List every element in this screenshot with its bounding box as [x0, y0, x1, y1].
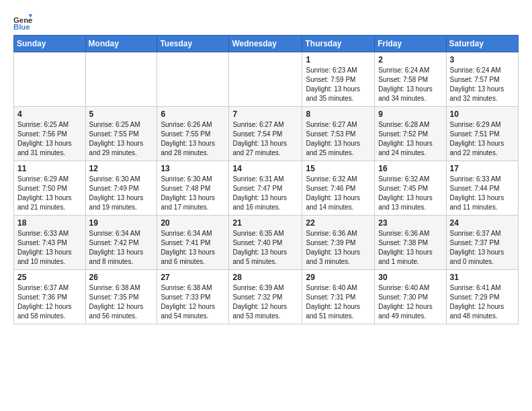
day-info: Sunrise: 6:32 AM Sunset: 7:45 PM Dayligh… [378, 175, 442, 212]
calendar-cell [85, 52, 157, 107]
day-info: Sunrise: 6:29 AM Sunset: 7:51 PM Dayligh… [450, 120, 515, 158]
day-number: 14 [232, 164, 298, 173]
day-info: Sunrise: 6:37 AM Sunset: 7:37 PM Dayligh… [450, 229, 515, 267]
calendar-cell: 16Sunrise: 6:32 AM Sunset: 7:45 PM Dayli… [375, 161, 446, 216]
day-number: 2 [378, 55, 442, 64]
weekday-header-wednesday: Wednesday [229, 36, 302, 52]
calendar-cell: 6Sunrise: 6:26 AM Sunset: 7:55 PM Daylig… [157, 107, 229, 161]
calendar-cell: 19Sunrise: 6:34 AM Sunset: 7:42 PM Dayli… [85, 216, 157, 270]
calendar-cell: 26Sunrise: 6:38 AM Sunset: 7:35 PM Dayli… [85, 270, 157, 324]
day-info: Sunrise: 6:27 AM Sunset: 7:54 PM Dayligh… [232, 120, 298, 158]
calendar-cell: 24Sunrise: 6:37 AM Sunset: 7:37 PM Dayli… [446, 216, 518, 270]
day-number: 30 [378, 273, 442, 282]
day-info: Sunrise: 6:29 AM Sunset: 7:50 PM Dayligh… [17, 175, 82, 212]
day-info: Sunrise: 6:37 AM Sunset: 7:36 PM Dayligh… [17, 283, 82, 321]
calendar-cell: 9Sunrise: 6:28 AM Sunset: 7:52 PM Daylig… [375, 107, 446, 161]
day-number: 18 [17, 218, 82, 228]
day-number: 17 [450, 164, 515, 173]
calendar-cell: 28Sunrise: 6:39 AM Sunset: 7:32 PM Dayli… [229, 270, 302, 324]
svg-text:Blue: Blue [13, 23, 30, 30]
day-info: Sunrise: 6:27 AM Sunset: 7:53 PM Dayligh… [306, 120, 371, 158]
day-info: Sunrise: 6:38 AM Sunset: 7:35 PM Dayligh… [89, 283, 154, 321]
day-number: 13 [161, 164, 225, 173]
calendar-cell: 12Sunrise: 6:30 AM Sunset: 7:49 PM Dayli… [85, 161, 157, 216]
day-info: Sunrise: 6:28 AM Sunset: 7:52 PM Dayligh… [378, 120, 442, 158]
calendar-cell: 11Sunrise: 6:29 AM Sunset: 7:50 PM Dayli… [14, 161, 86, 216]
weekday-header-thursday: Thursday [302, 36, 375, 52]
day-number: 5 [89, 109, 154, 119]
day-number: 12 [89, 164, 154, 173]
calendar-table: SundayMondayTuesdayWednesdayThursdayFrid… [13, 35, 519, 324]
day-info: Sunrise: 6:32 AM Sunset: 7:46 PM Dayligh… [306, 175, 371, 212]
day-number: 24 [450, 218, 515, 228]
calendar-cell [229, 52, 302, 107]
day-info: Sunrise: 6:24 AM Sunset: 7:58 PM Dayligh… [378, 66, 442, 103]
weekday-header-friday: Friday [375, 36, 446, 52]
calendar-cell: 18Sunrise: 6:33 AM Sunset: 7:43 PM Dayli… [14, 216, 86, 270]
day-number: 3 [450, 55, 515, 64]
day-number: 7 [232, 109, 298, 119]
day-number: 25 [17, 273, 82, 282]
weekday-header-monday: Monday [85, 36, 157, 52]
day-info: Sunrise: 6:30 AM Sunset: 7:48 PM Dayligh… [161, 175, 225, 212]
calendar-cell: 5Sunrise: 6:25 AM Sunset: 7:55 PM Daylig… [85, 107, 157, 161]
page-header: General Blue [13, 11, 519, 30]
day-info: Sunrise: 6:25 AM Sunset: 7:56 PM Dayligh… [17, 120, 82, 158]
calendar-cell: 17Sunrise: 6:33 AM Sunset: 7:44 PM Dayli… [446, 161, 518, 216]
calendar-cell [157, 52, 229, 107]
calendar-cell: 14Sunrise: 6:31 AM Sunset: 7:47 PM Dayli… [229, 161, 302, 216]
day-number: 20 [161, 218, 225, 228]
day-info: Sunrise: 6:34 AM Sunset: 7:41 PM Dayligh… [161, 229, 225, 267]
day-info: Sunrise: 6:41 AM Sunset: 7:29 PM Dayligh… [450, 283, 515, 321]
logo: General Blue [13, 11, 32, 30]
day-number: 10 [450, 109, 515, 119]
day-info: Sunrise: 6:36 AM Sunset: 7:39 PM Dayligh… [306, 229, 371, 267]
day-info: Sunrise: 6:40 AM Sunset: 7:30 PM Dayligh… [378, 283, 442, 321]
weekday-header-tuesday: Tuesday [157, 36, 229, 52]
calendar-cell: 31Sunrise: 6:41 AM Sunset: 7:29 PM Dayli… [446, 270, 518, 324]
calendar-cell: 21Sunrise: 6:35 AM Sunset: 7:40 PM Dayli… [229, 216, 302, 270]
calendar-cell: 10Sunrise: 6:29 AM Sunset: 7:51 PM Dayli… [446, 107, 518, 161]
calendar-cell: 7Sunrise: 6:27 AM Sunset: 7:54 PM Daylig… [229, 107, 302, 161]
day-number: 28 [232, 273, 298, 282]
day-number: 15 [306, 164, 371, 173]
day-number: 1 [306, 55, 371, 64]
calendar-cell: 29Sunrise: 6:40 AM Sunset: 7:31 PM Dayli… [302, 270, 375, 324]
day-number: 9 [378, 109, 442, 119]
day-number: 16 [378, 164, 442, 173]
day-info: Sunrise: 6:33 AM Sunset: 7:43 PM Dayligh… [17, 229, 82, 267]
day-number: 4 [17, 109, 82, 119]
day-info: Sunrise: 6:39 AM Sunset: 7:32 PM Dayligh… [232, 283, 298, 321]
day-info: Sunrise: 6:23 AM Sunset: 7:59 PM Dayligh… [306, 66, 371, 103]
calendar-cell: 15Sunrise: 6:32 AM Sunset: 7:46 PM Dayli… [302, 161, 375, 216]
day-info: Sunrise: 6:40 AM Sunset: 7:31 PM Dayligh… [306, 283, 371, 321]
day-number: 8 [306, 109, 371, 119]
day-info: Sunrise: 6:34 AM Sunset: 7:42 PM Dayligh… [89, 229, 154, 267]
calendar-cell: 23Sunrise: 6:36 AM Sunset: 7:38 PM Dayli… [375, 216, 446, 270]
day-number: 21 [232, 218, 298, 228]
day-info: Sunrise: 6:35 AM Sunset: 7:40 PM Dayligh… [232, 229, 298, 267]
day-number: 23 [378, 218, 442, 228]
calendar-cell: 25Sunrise: 6:37 AM Sunset: 7:36 PM Dayli… [14, 270, 86, 324]
calendar-cell: 8Sunrise: 6:27 AM Sunset: 7:53 PM Daylig… [302, 107, 375, 161]
day-info: Sunrise: 6:24 AM Sunset: 7:57 PM Dayligh… [450, 66, 515, 103]
day-number: 27 [161, 273, 225, 282]
day-number: 31 [450, 273, 515, 282]
calendar-cell: 30Sunrise: 6:40 AM Sunset: 7:30 PM Dayli… [375, 270, 446, 324]
calendar-cell: 20Sunrise: 6:34 AM Sunset: 7:41 PM Dayli… [157, 216, 229, 270]
day-info: Sunrise: 6:31 AM Sunset: 7:47 PM Dayligh… [232, 175, 298, 212]
calendar-cell: 1Sunrise: 6:23 AM Sunset: 7:59 PM Daylig… [302, 52, 375, 107]
day-number: 19 [89, 218, 154, 228]
day-info: Sunrise: 6:38 AM Sunset: 7:33 PM Dayligh… [161, 283, 225, 321]
calendar-cell [14, 52, 86, 107]
day-number: 11 [17, 164, 82, 173]
day-info: Sunrise: 6:25 AM Sunset: 7:55 PM Dayligh… [89, 120, 154, 158]
logo-icon: General Blue [13, 11, 32, 30]
weekday-header-saturday: Saturday [446, 36, 518, 52]
calendar-cell: 22Sunrise: 6:36 AM Sunset: 7:39 PM Dayli… [302, 216, 375, 270]
calendar-cell: 2Sunrise: 6:24 AM Sunset: 7:58 PM Daylig… [375, 52, 446, 107]
weekday-header-sunday: Sunday [14, 36, 86, 52]
calendar-cell: 4Sunrise: 6:25 AM Sunset: 7:56 PM Daylig… [14, 107, 86, 161]
day-number: 26 [89, 273, 154, 282]
day-number: 29 [306, 273, 371, 282]
